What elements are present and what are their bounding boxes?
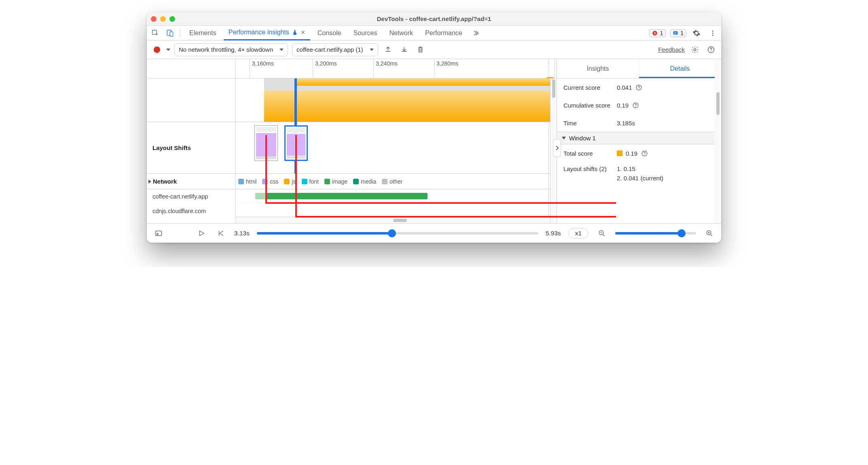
help-icon[interactable] [635, 84, 643, 91]
import-icon[interactable] [398, 44, 411, 56]
section-network-label[interactable]: Network [147, 174, 235, 189]
legend-js: js [284, 178, 296, 185]
svg-point-6 [712, 32, 713, 34]
help-icon[interactable] [632, 101, 639, 109]
network-row[interactable] [236, 189, 557, 203]
issues-badge[interactable]: 1 [670, 29, 686, 37]
tab-network[interactable]: Network [384, 26, 418, 40]
flask-icon [292, 29, 298, 36]
throttling-value: No network throttling, 4× slowdown [179, 46, 273, 53]
svg-rect-4 [673, 31, 678, 34]
skip-start-icon[interactable] [215, 227, 227, 239]
window-title: DevTools - coffee-cart.netlify.app/?ad=1 [147, 15, 721, 22]
net-bar[interactable] [266, 193, 428, 199]
tab-performance-insights[interactable]: Performance insights [224, 26, 310, 40]
delete-icon[interactable] [415, 44, 427, 56]
network-domain-row[interactable]: cdnjs.cloudflare.com [147, 204, 235, 218]
chevron-down-icon [279, 49, 284, 51]
collapse-icon [562, 137, 566, 140]
svg-point-14 [635, 106, 635, 107]
svg-point-8 [694, 49, 696, 51]
controls-bar: No network throttling, 4× slowdown coffe… [147, 40, 721, 59]
errors-badge[interactable]: 1 [649, 29, 666, 37]
svg-point-18 [157, 233, 159, 235]
network-domain-row[interactable]: coffee-cart.netlify.app [147, 189, 235, 204]
close-tab-icon[interactable] [301, 30, 305, 35]
expand-icon [148, 180, 151, 184]
tab-console[interactable]: Console [313, 26, 346, 40]
layout-shifts-row[interactable] [236, 122, 557, 174]
legend-html: html [238, 178, 256, 185]
network-row[interactable] [236, 203, 557, 217]
svg-point-12 [639, 89, 639, 89]
playback-slider[interactable] [257, 232, 538, 235]
kv-total-score: Total score 0.19 [557, 144, 721, 162]
time-tick: 3,240ms [373, 59, 400, 78]
annotation-line [557, 216, 616, 218]
device-toggle-icon[interactable] [164, 27, 176, 39]
zoom-slider[interactable] [615, 232, 696, 235]
tab-details[interactable]: Details [639, 59, 721, 78]
legend-css: css [262, 178, 278, 185]
layout-shift-item[interactable]: 1. 0.15 [617, 165, 635, 172]
zoom-in-icon[interactable] [703, 227, 716, 239]
throttling-select[interactable]: No network throttling, 4× slowdown [174, 43, 288, 56]
tab-sources[interactable]: Sources [349, 26, 382, 40]
section-window[interactable]: Window 1 [557, 132, 721, 144]
svg-point-5 [712, 30, 713, 32]
legend-media: media [353, 178, 376, 185]
time-tick: 3,200ms [313, 59, 339, 78]
chevron-down-icon [370, 49, 374, 51]
svg-point-7 [712, 34, 713, 36]
devtools-tabs: Elements Performance insights Console So… [147, 26, 721, 40]
recording-value: coffee-cart.netlify.app (1) [296, 46, 363, 53]
flame-chart-row[interactable] [236, 78, 557, 122]
annotation-line [295, 135, 297, 218]
annotation-line [295, 216, 565, 218]
gear-icon[interactable] [690, 27, 703, 39]
annotation-line [265, 135, 267, 204]
panel-scrollbar[interactable] [715, 59, 721, 223]
annotation-line [265, 202, 565, 204]
kv-current-score: Current score 0.041 [557, 78, 721, 96]
screenshot-toggle-icon[interactable] [152, 227, 165, 239]
record-button[interactable] [151, 44, 163, 56]
panel-gear-icon[interactable] [689, 44, 701, 56]
score-color-icon [617, 150, 622, 156]
tab-performance[interactable]: Performance [420, 26, 467, 40]
tab-label: Performance insights [229, 29, 289, 36]
svg-point-16 [644, 154, 644, 155]
more-tabs-icon[interactable] [470, 27, 482, 39]
network-legend: html css js font image media other [236, 174, 557, 189]
section-layout-shifts-label: Layout Shifts [147, 122, 235, 174]
tab-insights[interactable]: Insights [557, 59, 639, 78]
kv-time: Time 3.185s [557, 114, 721, 132]
inspect-icon[interactable] [149, 27, 161, 39]
titlebar: DevTools - coffee-cart.netlify.app/?ad=1 [147, 12, 721, 26]
legend-image: image [324, 178, 347, 185]
track-labels: Layout Shifts Network coffee-cart.netlif… [147, 59, 236, 223]
zoom-out-icon[interactable] [596, 227, 608, 239]
record-menu-icon[interactable] [166, 49, 170, 51]
legend-other: other [382, 178, 402, 185]
recording-select[interactable]: coffee-cart.netlify.app (1) [292, 43, 378, 56]
play-icon[interactable] [195, 227, 207, 239]
help-icon[interactable] [641, 150, 648, 157]
kebab-icon[interactable] [707, 27, 719, 39]
feedback-link[interactable]: Feedback [658, 46, 685, 53]
help-icon[interactable] [705, 44, 717, 56]
tab-elements[interactable]: Elements [184, 26, 221, 40]
kv-layout-shifts: Layout shifts (2) 1. 0.15 2. 0.041 (curr… [557, 162, 721, 185]
time-ruler: 3,160ms 3,200ms 3,240ms 3,280ms [236, 59, 557, 78]
details-panel: Insights Details Current score 0.041 Cum… [557, 59, 721, 223]
playback-start-time: 3.13s [234, 230, 250, 237]
playback-bar: 3.13s 5.93s x1 [147, 223, 721, 243]
export-icon[interactable] [382, 44, 394, 56]
panel-expand-icon[interactable] [553, 139, 561, 157]
time-tick: 3,280ms [434, 59, 460, 78]
issues-count: 1 [680, 30, 684, 36]
horizontal-scrollbar[interactable] [236, 217, 557, 223]
timeline[interactable]: 3,160ms 3,200ms 3,240ms 3,280ms [236, 59, 557, 223]
speed-select[interactable]: x1 [568, 228, 589, 239]
layout-shift-item[interactable]: 2. 0.041 (current) [617, 175, 663, 182]
